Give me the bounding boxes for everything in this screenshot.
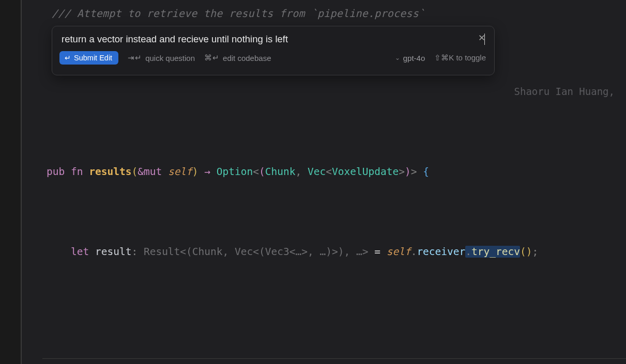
inline-edit-prompt-panel: return a vector instead and recieve unti…	[52, 26, 495, 75]
quick-question-keys: ⇥↵	[128, 53, 142, 62]
toggle-label: to toggle	[456, 53, 486, 62]
enter-icon: ↵	[65, 54, 71, 62]
code-line: let result: Result<(Chunk, Vec<(Vec3<…>,…	[47, 244, 626, 260]
doc-comment-line: /// Attempt to retrieve the results from…	[52, 7, 425, 20]
quick-question-label: quick question	[145, 54, 195, 62]
quick-question-button[interactable]: ⇥↵ quick question	[128, 53, 195, 62]
code-line: pub fn results(&mut self) → Option<(Chun…	[47, 164, 626, 180]
submit-edit-button[interactable]: ↵ Submit Edit	[59, 51, 118, 65]
model-name: gpt-4o	[403, 54, 425, 62]
editor-pane: /// Attempt to retrieve the results from…	[21, 0, 626, 364]
git-blame-annotation: Shaoru Ian Huang,	[514, 84, 615, 100]
prompt-toolbar: ↵ Submit Edit ⇥↵ quick question ⌘↵ edit …	[52, 48, 494, 71]
edit-codebase-label: edit codebase	[223, 54, 271, 62]
toggle-keys: ⇧⌘K	[434, 53, 454, 62]
code-body[interactable]: Shaoru Ian Huang, pub fn results(&mut se…	[47, 84, 626, 364]
edit-codebase-keys: ⌘↵	[204, 53, 220, 62]
prompt-input[interactable]: return a vector instead and recieve unti…	[62, 34, 483, 45]
submit-edit-label: Submit Edit	[74, 54, 112, 62]
model-picker[interactable]: ⌄ gpt-4o	[395, 54, 425, 62]
divider	[42, 358, 626, 359]
toggle-hint: ⇧⌘K to toggle	[434, 53, 486, 62]
chevron-down-icon: ⌄	[395, 54, 400, 61]
close-icon[interactable]	[477, 33, 487, 43]
edit-codebase-button[interactable]: ⌘↵ edit codebase	[204, 53, 271, 62]
